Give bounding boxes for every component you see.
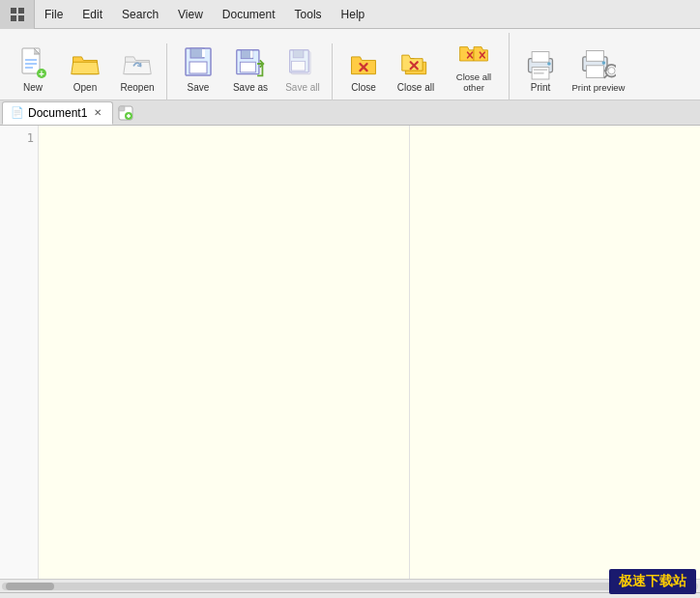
print-button[interactable]: Print bbox=[515, 43, 566, 96]
svg-rect-16 bbox=[293, 50, 304, 58]
save-all-button[interactable]: Save all bbox=[277, 43, 328, 96]
save-all-icon bbox=[285, 46, 320, 81]
svg-rect-9 bbox=[202, 49, 205, 57]
save-button[interactable]: Save bbox=[173, 43, 223, 96]
tab-label: Document1 bbox=[28, 106, 87, 120]
svg-rect-29 bbox=[534, 69, 547, 71]
new-label: New bbox=[23, 82, 43, 93]
svg-rect-13 bbox=[250, 51, 253, 58]
print-icon bbox=[523, 46, 558, 81]
print-preview-button[interactable]: Print preview bbox=[568, 43, 629, 96]
svg-rect-8 bbox=[190, 62, 207, 73]
close-all-other-label: Close all other bbox=[446, 71, 502, 93]
svg-rect-12 bbox=[240, 62, 255, 72]
menu-item-tools[interactable]: Tools bbox=[285, 4, 332, 25]
close-all-other-button[interactable]: Close all other bbox=[443, 33, 505, 96]
new-tab-button[interactable] bbox=[115, 102, 136, 124]
app-icon-cell bbox=[18, 8, 24, 14]
close-label: Close bbox=[351, 82, 376, 93]
line-number: 1 bbox=[4, 131, 34, 145]
svg-point-35 bbox=[602, 61, 606, 65]
tab-close-button[interactable]: ✕ bbox=[91, 106, 104, 120]
close-icon bbox=[346, 46, 381, 81]
open-button[interactable]: Open bbox=[60, 43, 110, 96]
horizontal-scrollbar[interactable] bbox=[0, 579, 700, 592]
svg-rect-30 bbox=[534, 72, 544, 74]
editor-side-panel bbox=[410, 126, 700, 579]
save-all-label: Save all bbox=[285, 82, 320, 93]
editor-area: 1 bbox=[0, 126, 700, 579]
close-all-label: Close all bbox=[397, 82, 434, 93]
print-preview-icon bbox=[581, 46, 616, 81]
close-all-other-icon bbox=[456, 36, 491, 71]
svg-rect-40 bbox=[119, 106, 125, 111]
app-icon-cell bbox=[11, 15, 16, 21]
toolbar-group-file: + New Open bbox=[4, 43, 167, 100]
svg-rect-27 bbox=[532, 52, 549, 63]
svg-rect-33 bbox=[586, 51, 603, 62]
svg-rect-17 bbox=[291, 61, 305, 71]
line-numbers: 1 bbox=[0, 126, 39, 579]
tab-bar: 📄 Document1 ✕ bbox=[0, 100, 700, 126]
svg-point-37 bbox=[608, 68, 615, 74]
toolbar-group-close: Close Close all bbox=[335, 33, 510, 100]
open-icon bbox=[68, 46, 102, 81]
toolbar: + New Open bbox=[0, 29, 700, 100]
svg-rect-7 bbox=[190, 48, 204, 58]
reopen-icon bbox=[120, 46, 155, 81]
close-all-button[interactable]: Close all bbox=[391, 43, 441, 96]
toolbar-group-print: Print Print preview bbox=[511, 43, 633, 100]
svg-rect-34 bbox=[586, 66, 603, 78]
editor-content[interactable] bbox=[39, 126, 410, 579]
scroll-track bbox=[2, 583, 698, 590]
tab-doc-icon: 📄 bbox=[11, 106, 24, 119]
app-icon-cell bbox=[18, 15, 24, 21]
menu-item-help[interactable]: Help bbox=[332, 4, 375, 25]
new-icon: + bbox=[15, 46, 50, 81]
watermark: 极速下载站 bbox=[609, 569, 696, 594]
svg-point-31 bbox=[547, 62, 551, 66]
app-icon-cell bbox=[11, 8, 16, 14]
menu-item-edit[interactable]: Edit bbox=[73, 4, 112, 25]
toolbar-group-save: Save Save as bbox=[169, 43, 333, 100]
close-all-icon bbox=[398, 46, 433, 81]
print-label: Print bbox=[531, 82, 551, 93]
svg-line-38 bbox=[604, 75, 607, 78]
menu-item-view[interactable]: View bbox=[168, 4, 213, 25]
menu-item-document[interactable]: Document bbox=[213, 4, 285, 25]
status-bar: ▶ ● 1: 67 Insert bbox=[0, 592, 700, 598]
reopen-label: Reopen bbox=[120, 82, 154, 93]
tab-document1[interactable]: 📄 Document1 ✕ bbox=[2, 101, 113, 125]
new-button[interactable]: + New bbox=[8, 43, 58, 96]
reopen-button[interactable]: Reopen bbox=[112, 43, 162, 96]
open-label: Open bbox=[73, 82, 97, 93]
svg-text:+: + bbox=[39, 69, 44, 79]
save-as-icon bbox=[233, 46, 268, 81]
save-icon bbox=[181, 46, 216, 81]
save-label: Save bbox=[188, 82, 210, 93]
close-button[interactable]: Close bbox=[338, 43, 389, 96]
menu-item-file[interactable]: File bbox=[35, 4, 73, 25]
print-preview-label: Print preview bbox=[572, 82, 626, 93]
app-icon[interactable] bbox=[0, 0, 35, 29]
save-as-label: Save as bbox=[233, 82, 268, 93]
save-as-button[interactable]: Save as bbox=[225, 43, 276, 96]
menu-item-search[interactable]: Search bbox=[112, 4, 168, 25]
scroll-thumb[interactable] bbox=[6, 583, 54, 590]
